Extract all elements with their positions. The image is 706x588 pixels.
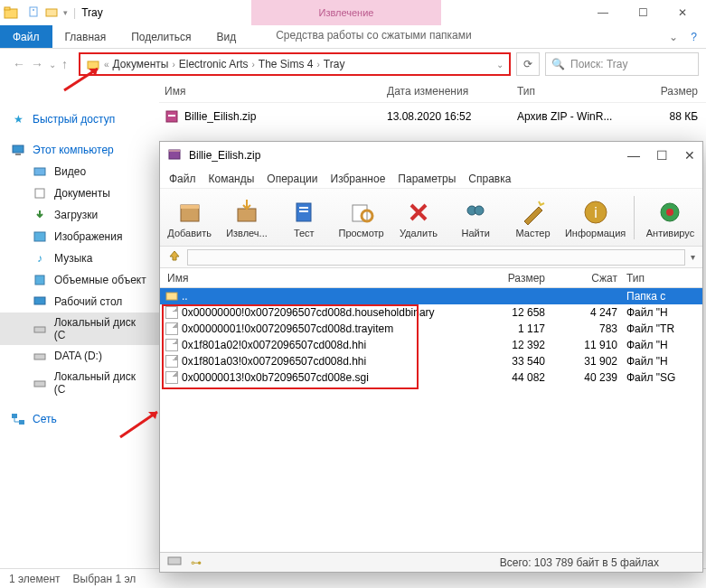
- tool-test[interactable]: Тест: [277, 197, 332, 238]
- help-icon[interactable]: ?: [691, 31, 697, 43]
- crumb[interactable]: Tray: [320, 58, 349, 70]
- wr-col-type[interactable]: Тип: [617, 272, 690, 285]
- tool-find[interactable]: Найти: [448, 197, 504, 238]
- wr-col-packed[interactable]: Сжат: [545, 272, 617, 285]
- path-dropdown[interactable]: ▾: [691, 252, 695, 262]
- col-type[interactable]: Тип: [517, 85, 626, 98]
- breadcrumb-dropdown[interactable]: ⌄: [496, 60, 504, 70]
- sidebar-item[interactable]: Видео: [0, 161, 159, 182]
- tab-view[interactable]: Вид: [203, 25, 249, 48]
- winrar-menubar: Файл Команды Операции Избранное Параметр…: [160, 169, 702, 189]
- sidebar-item[interactable]: Изображения: [0, 226, 159, 247]
- tab-context[interactable]: Средства работы со сжатыми папками: [258, 25, 490, 48]
- wr-col-size[interactable]: Размер: [482, 272, 545, 285]
- maximize-button[interactable]: ☐: [623, 0, 663, 25]
- qat-newfolder-icon[interactable]: [45, 5, 58, 21]
- wr-minimize[interactable]: —: [627, 148, 640, 163]
- sidebar-item[interactable]: ♪Музыка: [0, 247, 159, 269]
- wr-file-size: 1 117: [482, 322, 545, 335]
- tool-wizard[interactable]: Мастер: [505, 197, 560, 238]
- winrar-file-row[interactable]: 0x00000013!0x0b72096507cd008e.sgi44 0824…: [160, 369, 702, 386]
- nav-forward-icon[interactable]: →: [31, 57, 43, 71]
- menu-options[interactable]: Параметры: [398, 173, 456, 185]
- winrar-file-row[interactable]: 0x1f801a02!0x0072096507cd008d.hhi12 3921…: [160, 337, 702, 353]
- winrar-file-row[interactable]: 0x1f801a03!0x0072096507cd008d.hhi33 5403…: [160, 353, 702, 369]
- sidebar-item[interactable]: Документы: [0, 182, 159, 204]
- sidebar-item[interactable]: Локальный диск (С: [0, 367, 159, 399]
- ribbon-tabs: Файл Главная Поделиться Вид Средства раб…: [0, 25, 706, 49]
- tool-antivirus[interactable]: Антивирус: [640, 197, 701, 238]
- minimize-button[interactable]: —: [583, 0, 623, 25]
- path-input[interactable]: [187, 249, 685, 266]
- sidebar-item[interactable]: Загрузки: [0, 204, 159, 226]
- menu-help[interactable]: Справка: [468, 173, 511, 185]
- explorer-columns: Имя Дата изменения Тип Размер: [159, 79, 706, 103]
- file-type: Архив ZIP - WinR...: [517, 110, 626, 123]
- nav-back-icon[interactable]: ←: [13, 57, 25, 71]
- sidebar-item[interactable]: Локальный диск (С: [0, 313, 159, 345]
- col-date[interactable]: Дата изменения: [387, 85, 517, 98]
- file-icon: [165, 306, 178, 319]
- wr-close[interactable]: ✕: [684, 148, 695, 163]
- sidebar-item[interactable]: Объемные объект: [0, 269, 159, 291]
- tool-extract[interactable]: Извлеч...: [219, 197, 274, 238]
- crumb[interactable]: Документы: [109, 58, 173, 70]
- ribbon-expand-icon[interactable]: ⌄: [669, 31, 678, 43]
- svg-rect-17: [19, 420, 24, 425]
- sidebar-quick-access[interactable]: ★ Быстрый доступ: [0, 108, 159, 130]
- search-icon: 🔍: [551, 58, 565, 70]
- wr-file-type: Файл "TR: [617, 322, 690, 335]
- svg-rect-8: [34, 168, 45, 175]
- file-row[interactable]: Billie_Eilish.zip 13.08.2020 16:52 Архив…: [159, 107, 706, 126]
- col-name[interactable]: Имя: [159, 85, 387, 98]
- tool-delete[interactable]: Удалить: [391, 197, 446, 238]
- menu-file[interactable]: Файл: [169, 173, 196, 185]
- qat-dropdown-icon[interactable]: ▾: [63, 8, 68, 17]
- menu-operations[interactable]: Операции: [267, 173, 317, 185]
- breadcrumb-box[interactable]: « Документы › Electronic Arts › The Sims…: [79, 52, 511, 76]
- sidebar-item[interactable]: Рабочий стол: [0, 291, 159, 313]
- winrar-title: Billie_Eilish.zip: [189, 149, 260, 162]
- zip-icon: [165, 109, 179, 124]
- drive-icon: [33, 349, 47, 363]
- tab-file[interactable]: Файл: [0, 25, 52, 48]
- col-size[interactable]: Размер: [626, 85, 698, 98]
- tool-view[interactable]: Просмотр: [334, 197, 389, 238]
- menu-commands[interactable]: Команды: [209, 173, 255, 185]
- winrar-file-list: .. Папка с 0x00000000!0x0072096507cd008d…: [160, 288, 702, 552]
- winrar-columns: Имя Размер Сжат Тип: [160, 268, 702, 288]
- svg-rect-15: [34, 381, 45, 387]
- annotation-arrow: [116, 406, 165, 441]
- context-tab-header: Извлечение: [251, 0, 441, 25]
- wr-file-packed: 783: [545, 322, 617, 335]
- winrar-file-row[interactable]: 0x00000001!0x0072096507cd008d.trayitem1 …: [160, 321, 702, 337]
- tool-add[interactable]: Добавить: [162, 197, 217, 238]
- tab-share[interactable]: Поделиться: [118, 25, 203, 48]
- svg-rect-26: [299, 207, 308, 209]
- tool-info[interactable]: iИнформация: [562, 197, 628, 238]
- wr-file-packed: 31 902: [545, 355, 617, 368]
- svg-rect-7: [15, 154, 21, 155]
- search-placeholder: Поиск: Tray: [570, 58, 627, 70]
- search-input[interactable]: 🔍 Поиск: Tray: [545, 52, 699, 76]
- tab-home[interactable]: Главная: [52, 25, 119, 48]
- sidebar-item[interactable]: DATA (D:): [0, 345, 159, 367]
- up-icon[interactable]: [167, 248, 182, 266]
- menu-favorites[interactable]: Избранное: [331, 173, 386, 185]
- winrar-file-row[interactable]: 0x00000000!0x0072096507cd008d.householdb…: [160, 304, 702, 321]
- refresh-button[interactable]: ⟳: [516, 52, 540, 76]
- navbar: ← → ⌄ ↑ « Документы › Electronic Arts › …: [0, 49, 706, 79]
- crumb[interactable]: Electronic Arts: [175, 58, 252, 70]
- wr-file-size: 44 082: [482, 371, 545, 384]
- winrar-parent-row[interactable]: .. Папка с: [160, 288, 702, 304]
- nav-history-icon[interactable]: ⌄: [49, 60, 56, 70]
- wr-col-name[interactable]: Имя: [164, 272, 482, 285]
- crumb[interactable]: The Sims 4: [255, 58, 317, 70]
- close-button[interactable]: ✕: [663, 0, 702, 25]
- key-icon: ⊶: [191, 556, 202, 569]
- qat-properties-icon[interactable]: [27, 5, 40, 21]
- sidebar-this-pc[interactable]: Этот компьютер: [0, 139, 159, 161]
- svg-rect-4: [46, 9, 57, 16]
- wr-maximize[interactable]: ☐: [656, 148, 668, 163]
- svg-text:i: i: [594, 205, 598, 220]
